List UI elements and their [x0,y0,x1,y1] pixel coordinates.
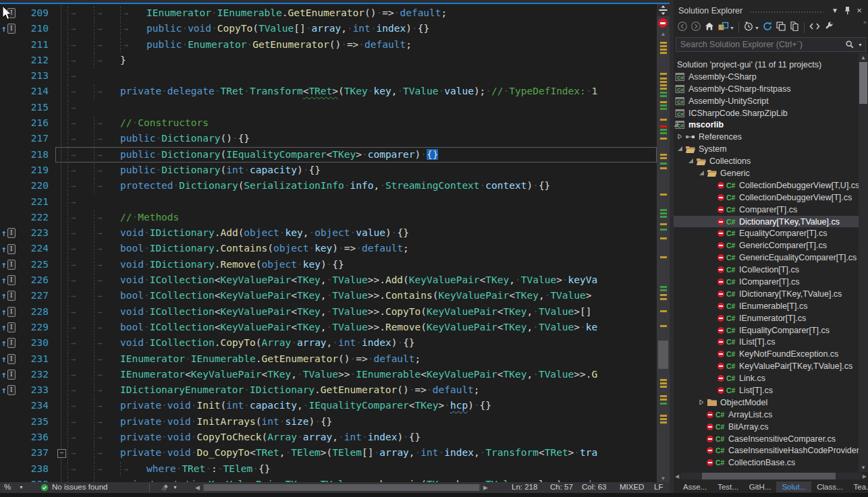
hscroll-thumb[interactable] [204,484,479,491]
code-line[interactable]: 217→→public·Dictionary()·{} [0,131,657,146]
fold-margin[interactable] [55,68,67,84]
fold-margin[interactable] [55,430,67,445]
tree-hscroll-left-arrow[interactable]: ◀ [675,473,679,479]
tree-hscroll-thumb[interactable] [702,473,836,479]
code-line[interactable]: 212→→} [0,53,657,68]
fold-margin[interactable] [55,84,67,99]
code-text[interactable]: →→private·void·InitArrays(int·size)·{} [67,414,657,430]
code-text[interactable]: →→private·void·Do_CopyTo<TRet,·TElem>(TE… [67,445,657,461]
code-line[interactable]: 235→→private·void·InitArrays(int·size)·{… [0,414,657,430]
tree-item-link-cs[interactable]: C#Link.cs [674,372,868,384]
code-text[interactable]: →→void·ICollection<KeyValuePair<TKey,·TV… [67,272,657,288]
code-line[interactable]: 220→→protected·Dictionary(SerializationI… [0,178,657,194]
tool-tab-asse[interactable]: Asse... [678,481,712,492]
fold-margin[interactable] [55,100,67,115]
fold-margin[interactable] [55,414,67,430]
code-line[interactable]: 219→→public·Dictionary(int·capacity)·{} [0,163,657,178]
fold-margin[interactable] [55,225,67,241]
panel-drag-grip[interactable] [749,11,823,14]
code-text[interactable]: →→//·Constructors [67,115,657,131]
tool-tab-gith[interactable]: GitH... [744,481,777,492]
tree-item-equalitycomparer-t-cs[interactable]: C#EqualityComparer[T].cs [674,227,868,239]
code-line[interactable]: 218→→public·Dictionary(IEqualityComparer… [0,147,657,163]
tree-scroll-up-arrow[interactable]: ▲ [859,55,868,61]
code-text[interactable]: →→void·ICollection<KeyValuePair<TKey,·TV… [67,304,657,320]
fold-margin[interactable] [55,194,67,210]
code-text[interactable]: →→public·Dictionary(int·capacity)·{} [67,163,657,178]
fold-margin[interactable] [55,367,67,382]
tree-item-collections[interactable]: Collections [674,155,868,167]
tree-item-idictionary-tkey-tvalue-cs[interactable]: C#IDictionary[TKey,TValue].cs [674,288,868,300]
code-text[interactable]: →→→IEnumerator·IEnumerable.GetEnumerator… [67,5,657,21]
status-line-number[interactable]: Ln: 218 [512,483,537,491]
tree-item-ienumerable-t-cs[interactable]: C#IEnumerable[T].cs [674,300,868,312]
code-line[interactable]: ↑I229→→bool·ICollection<KeyValuePair<TKe… [0,320,657,335]
tree-item-generic[interactable]: Generic [674,167,868,179]
code-line[interactable]: 222→→//·Methods [0,210,657,225]
tree-item-assembly-unityscript[interactable]: C#Assembly-UnityScript [674,95,868,107]
code-text[interactable]: →→bool·ICollection<KeyValuePair<TKey,·TV… [67,288,657,303]
code-area[interactable]: ↑I209→→→IEnumerator·IEnumerable.GetEnume… [0,4,657,482]
fold-margin[interactable] [55,163,67,178]
code-line[interactable]: 234→→private·void·Init(int·capacity,·IEq… [0,398,657,413]
code-line[interactable]: ↑I231→→IEnumerator·IEnumerable.GetEnumer… [0,351,657,367]
tree-hscroll-right-arrow[interactable]: ▶ [863,473,867,479]
fold-margin[interactable] [55,53,67,68]
code-text[interactable]: →→IEnumerator<KeyValuePair<TKey,·TValue>… [67,367,657,382]
fold-margin[interactable] [55,5,67,21]
code-text[interactable]: →→bool·IDictionary.Contains(object·key)·… [67,241,657,256]
code-text[interactable]: → [67,194,657,210]
issues-status[interactable]: No issues found [52,483,107,491]
tree-item-caseinsensitivehashcodeprovider-cs[interactable]: C#CaseInsensitiveHashCodeProvider.cs [674,445,868,457]
nav-back-button[interactable] [676,20,689,35]
status-column-number[interactable]: Col: 63 [582,483,606,491]
fold-margin[interactable] [55,37,67,53]
fold-margin[interactable] [55,477,67,482]
fold-margin[interactable] [55,272,67,288]
hscroll-right-arrow[interactable]: ▶ [483,484,488,491]
code-line[interactable]: 214→→private·delegate·TRet·Transform<TRe… [0,84,657,99]
expander-icon[interactable] [699,169,705,178]
view-code-button[interactable] [807,20,822,35]
code-line[interactable]: ↑I232→→IEnumerator<KeyValuePair<TKey,·TV… [0,367,657,382]
tree-item-ienumerator-t-cs[interactable]: C#IEnumerator[T].cs [674,312,868,324]
pin-icon[interactable] [841,5,853,16]
broom-caret-icon[interactable]: ▼ [173,485,178,490]
fold-margin[interactable] [55,304,67,320]
fold-margin[interactable] [55,178,67,194]
code-line[interactable]: 239→→private·static·KeyValuePair<TKey,·T… [0,477,657,482]
code-line[interactable]: ↑I210→→→public·void·CopyTo(TValue[]·arra… [0,21,657,36]
code-text[interactable]: →→IEnumerator·IEnumerable.GetEnumerator(… [67,351,657,367]
search-box[interactable]: ▼ [676,37,866,52]
tree-vscroll-thumb[interactable] [859,62,867,104]
toolbar-overflow-icon[interactable]: ›› [863,19,866,26]
code-text[interactable]: →→private·void·CopyToCheck(Array·array,·… [67,430,657,445]
code-line[interactable]: 216→→//·Constructors [0,115,657,131]
code-line[interactable]: 213→ [0,68,657,84]
tree-item-collectionbase-cs[interactable]: C#CollectionBase.cs [674,457,868,469]
tree-item-assembly-csharp-firstpass[interactable]: C#Assembly-CSharp-firstpass [674,83,868,95]
tool-tab-tea[interactable]: Tea... [848,481,868,492]
editor-body[interactable]: ↑I209→→→IEnumerator·IEnumerable.GetEnume… [0,4,670,482]
fold-margin[interactable] [55,335,67,351]
scroll-down-arrow[interactable]: ▼ [657,475,670,481]
tree-item-arraylist-cs[interactable]: C#ArrayList.cs [674,409,868,421]
tree-item-iequalitycomparer-t-cs[interactable]: C#IEqualityComparer[T].cs [674,324,868,337]
code-text[interactable]: → [67,100,657,115]
expander-slot[interactable] [697,398,707,407]
tree-item-icsharpcode-sharpziplib[interactable]: C#ICSharpCode.SharpZipLib [674,107,868,119]
code-line[interactable]: 211→→→public·Enumerator·GetEnumerator()·… [0,37,657,53]
hscroll-left-arrow[interactable]: ◀ [195,484,200,491]
search-caret-icon[interactable]: ▼ [858,42,863,47]
fold-margin[interactable] [55,398,67,413]
tree-item-genericequalitycomparer-t-cs[interactable]: C#GenericEqualityComparer[T].cs [674,252,868,264]
code-text[interactable]: →→private·void·Init(int·capacity,·IEqual… [67,398,657,413]
code-line[interactable]: ↑I209→→→IEnumerator·IEnumerable.GetEnume… [0,5,657,21]
tree-item-ilist-t-cs[interactable]: C#IList[T].cs [674,336,868,348]
fold-margin[interactable] [55,131,67,146]
editor-horizontal-scrollbar[interactable] [202,484,481,491]
code-line[interactable]: ↑I228→→void·ICollection<KeyValuePair<TKe… [0,304,657,320]
tree-vertical-scrollbar[interactable]: ▲▼ [859,53,868,472]
tree-item-bitarray-cs[interactable]: C#BitArray.cs [674,421,868,433]
tree-item-dictionary-tkey-tvalue-cs[interactable]: C#Dictionary[TKey,TValue].cs [674,216,868,228]
